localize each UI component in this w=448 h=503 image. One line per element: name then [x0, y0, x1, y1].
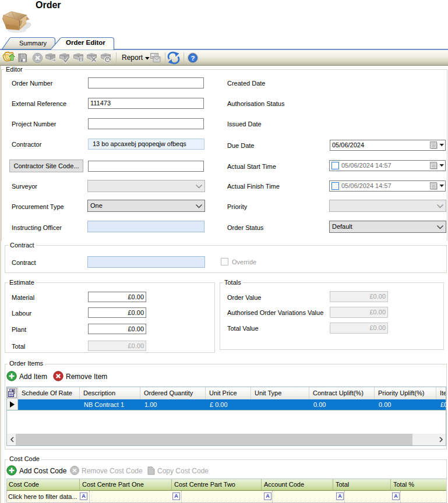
- svg-text:?: ?: [191, 55, 195, 62]
